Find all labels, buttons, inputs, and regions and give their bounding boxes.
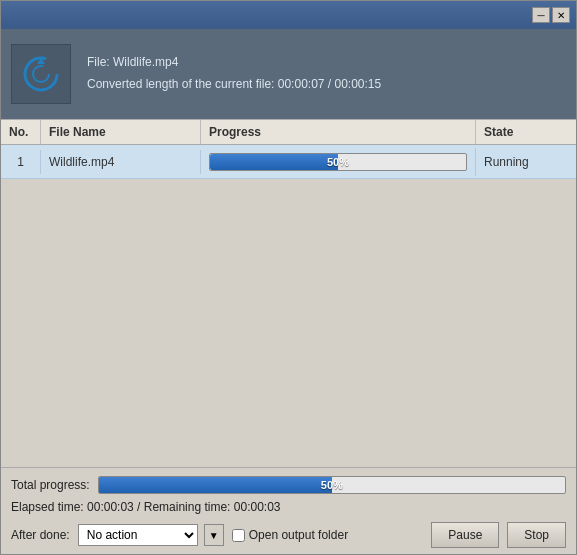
dropdown-arrow-button[interactable]: ▼: [204, 524, 224, 546]
total-progress-label: Total progress:: [11, 478, 90, 492]
time-row: Elapsed time: 00:00:03 / Remaining time:…: [11, 500, 566, 514]
total-bar-fill: [99, 477, 332, 493]
converted-info: Converted length of the current file: 00…: [87, 74, 381, 96]
after-done-select[interactable]: No action: [78, 524, 198, 546]
total-progress-row: Total progress: 50%: [11, 476, 566, 494]
table-row: 1 Wildlife.mp4 50% Running: [1, 145, 576, 179]
refresh-icon: [21, 54, 61, 94]
app-window: ─ ✕ File: Wildlife.mp4 Converted length …: [0, 0, 577, 555]
info-panel: File: Wildlife.mp4 Converted length of t…: [1, 29, 576, 119]
progress-fill: [210, 154, 338, 170]
info-text-block: File: Wildlife.mp4 Converted length of t…: [87, 52, 381, 95]
col-filename: File Name: [41, 120, 201, 144]
col-progress: Progress: [201, 120, 476, 144]
bottom-panel: Total progress: 50% Elapsed time: 00:00:…: [1, 467, 576, 554]
row-progress-cell: 50%: [201, 148, 476, 176]
close-button[interactable]: ✕: [552, 7, 570, 23]
total-progress-bar: 50%: [98, 476, 566, 494]
svg-point-1: [33, 66, 49, 82]
table-header: No. File Name Progress State: [1, 119, 576, 145]
row-no: 1: [1, 150, 41, 174]
total-bar-label: 50%: [321, 479, 343, 491]
col-state: State: [476, 120, 576, 144]
after-done-label: After done:: [11, 528, 70, 542]
open-folder-checkbox[interactable]: [232, 529, 245, 542]
open-folder-label: Open output folder: [249, 528, 348, 542]
row-state: Running: [476, 150, 576, 174]
file-info: File: Wildlife.mp4: [87, 52, 381, 74]
pause-button[interactable]: Pause: [431, 522, 499, 548]
icon-box: [11, 44, 71, 104]
title-bar: ─ ✕: [1, 1, 576, 29]
col-no: No.: [1, 120, 41, 144]
file-table: No. File Name Progress State 1 Wildlife.…: [1, 119, 576, 467]
action-row: After done: No action ▼ Open output fold…: [11, 522, 566, 548]
progress-bar: 50%: [209, 153, 467, 171]
title-controls: ─ ✕: [532, 7, 570, 23]
row-filename: Wildlife.mp4: [41, 150, 201, 174]
stop-button[interactable]: Stop: [507, 522, 566, 548]
open-folder-checkbox-wrap: Open output folder: [232, 528, 348, 542]
progress-label: 50%: [327, 156, 349, 168]
minimize-button[interactable]: ─: [532, 7, 550, 23]
